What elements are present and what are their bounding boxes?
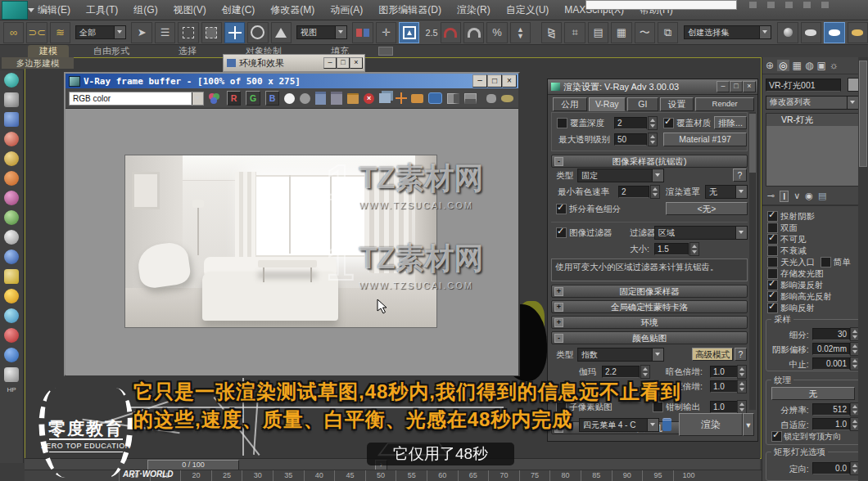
remove-modifier-icon[interactable]: ◉ <box>805 191 813 201</box>
shadow-bias-field[interactable]: 0.02mm <box>812 343 850 355</box>
render-setup-icon[interactable] <box>801 22 821 43</box>
snap-toggle-icon[interactable] <box>441 22 461 43</box>
expand-icon[interactable]: + <box>554 287 563 296</box>
sampler-help-button[interactable]: ? <box>733 169 747 182</box>
compare-horizontal-icon[interactable] <box>447 93 459 104</box>
show-end-result-icon[interactable]: I <box>780 191 789 202</box>
top-utility-icon[interactable] <box>821 2 829 8</box>
rs-tab-settings[interactable]: 设置 <box>660 97 694 111</box>
rs-tab-gi[interactable]: GI <box>627 97 658 111</box>
close-button[interactable]: × <box>502 74 517 88</box>
vfb-titlebar[interactable]: V-Ray frame buffer - [100% of 500 x 275]… <box>66 74 518 88</box>
angle-snap-icon[interactable] <box>463 22 484 43</box>
percent-snap-icon[interactable]: % <box>486 22 507 43</box>
menu-graph-editors[interactable]: 图形编辑器(D) <box>378 3 441 17</box>
duplicate-buffer-icon[interactable] <box>379 93 391 103</box>
lock-view-icon[interactable] <box>662 418 671 431</box>
render-button-flyout[interactable]: ▾ <box>743 413 754 436</box>
left-toolbar-icon[interactable] <box>4 191 19 205</box>
keyboard-shortcut-override-icon[interactable] <box>399 22 419 43</box>
spinner[interactable] <box>648 116 658 130</box>
left-toolbar-icon[interactable] <box>4 230 19 245</box>
left-toolbar-icon[interactable] <box>4 249 19 264</box>
rect-select-region-icon[interactable] <box>178 22 198 43</box>
rs-titlebar[interactable]: 渲染设置: V-Ray Adv 3.00.03 – □ × <box>548 79 757 95</box>
select-object-icon[interactable]: ➤ <box>131 22 151 43</box>
left-toolbar-icon[interactable] <box>4 73 19 88</box>
paint-select-region-icon[interactable] <box>201 22 222 43</box>
texture-none-button[interactable]: 无 <box>771 387 855 400</box>
menu-modifiers[interactable]: 修改器(M) <box>270 3 314 17</box>
panel-tab-utilities-icon[interactable]: ☼ <box>830 60 839 71</box>
environment-window-titlebar[interactable]: 环境和效果 – □ × <box>223 54 365 72</box>
rollout-fixed-sampler[interactable]: +固定图像采样器 <box>551 285 748 298</box>
menu-customize[interactable]: 自定义(U) <box>506 3 549 17</box>
minimize-button[interactable]: – <box>717 81 730 92</box>
select-and-manipulate-icon[interactable]: ✛ <box>376 22 396 43</box>
named-selection-set-dropdown[interactable]: 创建选择集 <box>684 25 771 39</box>
track-mouse-render-icon[interactable] <box>396 92 407 104</box>
skylight-portal-checkbox[interactable] <box>767 257 778 267</box>
panel-tab-display-icon[interactable]: ▣ <box>816 60 825 71</box>
sampler-type-dropdown[interactable]: 固定 <box>577 169 664 182</box>
cmap-type-dropdown[interactable]: 指数 <box>577 348 664 362</box>
left-toolbar-icon[interactable] <box>4 151 19 166</box>
select-and-link-icon[interactable]: ∞ <box>3 22 24 43</box>
collapse-icon[interactable]: - <box>554 157 563 166</box>
left-toolbar-icon[interactable] <box>4 367 19 382</box>
select-by-name-icon[interactable]: ☰ <box>155 22 175 43</box>
top-utility-icon[interactable] <box>803 2 811 8</box>
maximize-button[interactable]: □ <box>730 81 743 92</box>
minimize-button[interactable]: – <box>472 74 487 88</box>
menu-create[interactable]: 创建(C) <box>222 3 255 17</box>
left-toolbar-icon[interactable] <box>4 348 19 362</box>
red-channel-button[interactable]: R <box>227 91 242 106</box>
affect-reflections-checkbox[interactable] <box>767 303 778 313</box>
selection-filter-dropdown[interactable]: 全部 <box>75 25 126 39</box>
graphite-ribbon-icon[interactable]: ▦ <box>611 22 631 43</box>
panel-tab-hierarchy-icon[interactable]: ▦ <box>793 60 802 71</box>
menu-edit[interactable]: 编辑(E) <box>38 3 70 17</box>
spinner[interactable] <box>640 365 650 379</box>
split-shading-checkbox[interactable] <box>556 204 567 214</box>
render-mask-dropdown[interactable]: 无 <box>705 185 748 199</box>
override-depth-checkbox[interactable] <box>557 118 567 128</box>
resolution-field[interactable]: 512 <box>812 403 850 416</box>
view-dropdown[interactable]: 四元菜单 4 - C <box>579 418 659 432</box>
ribbon-tab-freeform[interactable]: 自由形式 <box>69 45 154 57</box>
spinner[interactable] <box>737 380 747 393</box>
expand-icon[interactable]: + <box>554 318 563 327</box>
left-toolbar-icon[interactable] <box>4 289 19 303</box>
no-decay-checkbox[interactable] <box>767 245 778 256</box>
rollout-image-sampler[interactable]: - 图像采样器(抗锯齿) <box>551 155 748 168</box>
load-image-icon[interactable] <box>331 92 342 105</box>
pin-stack-icon[interactable]: ⊸ <box>767 191 775 201</box>
panel-tab-create-icon[interactable]: ⊕ <box>766 60 774 71</box>
close-button[interactable]: × <box>350 57 363 69</box>
rollout-environment[interactable]: +环境 <box>551 316 748 329</box>
top-search-box[interactable] <box>585 0 737 10</box>
reference-coordinate-dropdown[interactable]: 视图 <box>296 25 347 39</box>
simple-checkbox[interactable] <box>821 257 831 267</box>
gamma-field[interactable]: 2.2 <box>602 366 640 378</box>
exclude-button[interactable]: 排除... <box>714 116 747 129</box>
modifier-list-dropdown[interactable]: 修改器列表 <box>766 96 859 110</box>
adaptive-field[interactable]: 1.0 <box>812 418 850 430</box>
grayscale-icon[interactable] <box>300 93 310 104</box>
menu-tools[interactable]: 工具(T) <box>86 3 118 17</box>
stamp-icon[interactable] <box>486 94 497 103</box>
image-filter-checkbox[interactable] <box>556 227 567 238</box>
ribbon-subtab-poly-modeling[interactable]: 多边形建模 <box>2 57 74 69</box>
collapse-icon[interactable]: - <box>554 334 563 343</box>
left-toolbar-icon[interactable] <box>4 328 19 343</box>
rs-tab-render-elements[interactable]: Render Elements <box>695 97 754 111</box>
compare-vertical-icon[interactable] <box>464 93 477 104</box>
menu-views[interactable]: 视图(V) <box>174 3 206 17</box>
minimize-button[interactable]: – <box>323 57 337 69</box>
lock-to-dome-checkbox[interactable] <box>771 431 782 442</box>
monochrome-icon[interactable] <box>284 93 295 104</box>
maximize-button[interactable]: □ <box>487 74 502 88</box>
spinner[interactable] <box>689 242 699 256</box>
render-production-icon[interactable] <box>848 22 868 43</box>
align-icon[interactable]: ⌗ <box>564 22 585 43</box>
